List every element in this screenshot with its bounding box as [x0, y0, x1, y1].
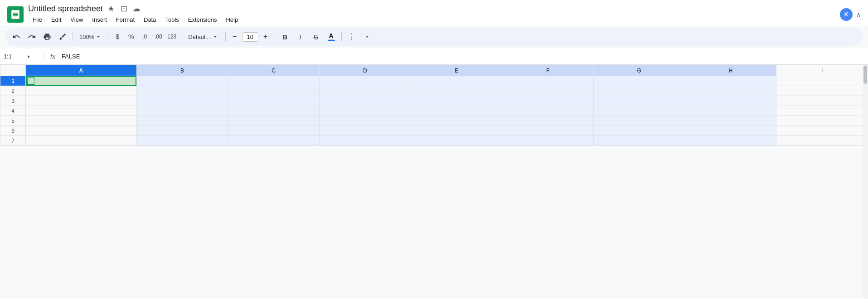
decimal-increase-button[interactable]: .00 — [152, 30, 165, 43]
cell-I2[interactable] — [776, 86, 868, 96]
undo-button[interactable] — [9, 29, 24, 44]
cell-H6[interactable] — [685, 126, 776, 136]
cell-A6[interactable] — [26, 126, 136, 136]
col-header-D[interactable]: D — [319, 65, 411, 76]
col-header-B[interactable]: B — [136, 65, 228, 76]
cell-B4[interactable] — [136, 106, 228, 116]
cell-E3[interactable] — [411, 96, 502, 106]
menu-tools[interactable]: Tools — [160, 14, 183, 25]
italic-button[interactable]: I — [293, 29, 308, 44]
scrollbar-thumb[interactable] — [863, 66, 867, 84]
cell-H2[interactable] — [685, 86, 776, 96]
menu-file[interactable]: File — [28, 14, 47, 25]
cell-D6[interactable] — [319, 126, 411, 136]
print-button[interactable] — [40, 29, 54, 44]
cell-H3[interactable] — [685, 96, 776, 106]
col-header-A[interactable]: A — [26, 65, 136, 76]
col-header-C[interactable]: C — [228, 65, 320, 76]
cell-F4[interactable] — [502, 106, 594, 116]
cell-E2[interactable] — [411, 86, 502, 96]
redo-button[interactable] — [24, 29, 39, 44]
cell-I4[interactable] — [776, 106, 868, 116]
doc-title-text[interactable]: Untitled spreadsheet — [28, 4, 103, 14]
cell-C5[interactable] — [228, 116, 320, 126]
cell-G7[interactable] — [593, 136, 685, 146]
font-size-plus-button[interactable]: + — [259, 30, 272, 43]
cell-G5[interactable] — [593, 116, 685, 126]
cell-B6[interactable] — [136, 126, 228, 136]
cell-D7[interactable] — [319, 136, 411, 146]
cell-A3[interactable] — [26, 96, 136, 106]
cell-C4[interactable] — [228, 106, 320, 116]
cell-D4[interactable] — [319, 106, 411, 116]
cell-G2[interactable] — [593, 86, 685, 96]
col-header-E[interactable]: E — [411, 65, 502, 76]
cell-H7[interactable] — [685, 136, 776, 146]
cell-G6[interactable] — [593, 126, 685, 136]
collapse-toolbar-icon[interactable]: ∧ — [856, 11, 861, 18]
font-size-minus-button[interactable]: − — [228, 30, 241, 43]
cell-C6[interactable] — [228, 126, 320, 136]
cloud-icon[interactable]: ☁ — [132, 4, 141, 14]
cell-C7[interactable] — [228, 136, 320, 146]
menu-view[interactable]: View — [66, 14, 87, 25]
cell-G1[interactable] — [593, 76, 685, 86]
font-size-input[interactable]: 10 — [242, 32, 258, 42]
cell-C3[interactable] — [228, 96, 320, 106]
cell-A2[interactable] — [26, 86, 136, 96]
currency-button[interactable]: $ — [111, 30, 124, 43]
percent-button[interactable]: % — [125, 30, 137, 43]
formula-input[interactable]: FALSE — [62, 53, 864, 60]
cell-ref-input[interactable]: 1:1 — [4, 53, 26, 60]
cell-E1[interactable] — [411, 76, 502, 86]
cell-C2[interactable] — [228, 86, 320, 96]
cell-B7[interactable] — [136, 136, 228, 146]
cell-E7[interactable] — [411, 136, 502, 146]
menu-data[interactable]: Data — [139, 14, 160, 25]
cell-D2[interactable] — [319, 86, 411, 96]
cell-H1[interactable] — [685, 76, 776, 86]
more-options-button[interactable]: ⋮ — [344, 29, 359, 44]
col-header-H[interactable]: H — [685, 65, 776, 76]
menu-format[interactable]: Format — [112, 14, 139, 25]
cell-B3[interactable] — [136, 96, 228, 106]
cell-A5[interactable] — [26, 116, 136, 126]
menu-insert[interactable]: Insert — [87, 14, 112, 25]
cell-E4[interactable] — [411, 106, 502, 116]
cell-G4[interactable] — [593, 106, 685, 116]
cell-H4[interactable] — [685, 106, 776, 116]
cell-A1[interactable] — [26, 76, 136, 86]
font-color-button[interactable]: A — [324, 29, 339, 44]
cell-F1[interactable] — [502, 76, 594, 86]
cell-B5[interactable] — [136, 116, 228, 126]
cell-I1[interactable] — [776, 76, 868, 86]
folder-icon[interactable]: ⊡ — [119, 4, 128, 14]
star-icon[interactable]: ★ — [107, 4, 116, 14]
cell-F3[interactable] — [502, 96, 594, 106]
col-header-I[interactable]: I — [776, 65, 868, 76]
cell-F6[interactable] — [502, 126, 594, 136]
cell-I3[interactable] — [776, 96, 868, 106]
strikethrough-button[interactable]: S — [309, 29, 323, 44]
menu-help[interactable]: Help — [221, 14, 242, 25]
zoom-selector[interactable]: 100% — [76, 33, 105, 41]
collapse-toolbar-button[interactable] — [360, 29, 374, 44]
cell-B1[interactable] — [136, 76, 228, 86]
bold-button[interactable]: B — [278, 29, 292, 44]
decimal-decrease-button[interactable]: .0 — [138, 30, 151, 43]
format-number-button[interactable]: 123 — [165, 30, 178, 43]
cell-I6[interactable] — [776, 126, 868, 136]
cell-D5[interactable] — [319, 116, 411, 126]
col-header-G[interactable]: G — [593, 65, 685, 76]
cell-I5[interactable] — [776, 116, 868, 126]
cell-D3[interactable] — [319, 96, 411, 106]
app-logo[interactable] — [7, 6, 24, 23]
cell-ref-dropdown-icon[interactable]: ▾ — [27, 53, 30, 60]
paint-format-button[interactable] — [55, 29, 70, 44]
cell-D1[interactable] — [319, 76, 411, 86]
cell-F5[interactable] — [502, 116, 594, 126]
cell-B2[interactable] — [136, 86, 228, 96]
vertical-scrollbar[interactable] — [863, 65, 868, 299]
cell-A7[interactable] — [26, 136, 136, 146]
menu-edit[interactable]: Edit — [47, 14, 66, 25]
